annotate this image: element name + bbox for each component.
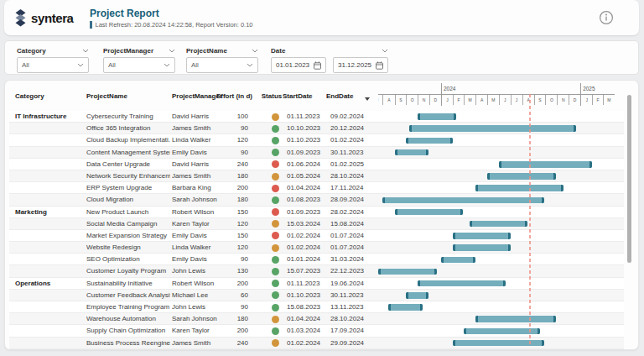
status-badge (272, 244, 279, 252)
name-cell: Content Management System (86, 147, 170, 159)
category-select[interactable]: All (17, 57, 89, 73)
category-cell (15, 218, 86, 230)
column-header-status[interactable]: Status (259, 92, 284, 100)
manager-cell: James Smith (172, 123, 221, 134)
name-cell: ERP System Upgrade (86, 182, 170, 194)
category-cell (15, 325, 86, 337)
gantt-bar[interactable] (378, 269, 437, 275)
chevron-down-icon[interactable] (252, 49, 258, 53)
effort-cell: 120 (216, 134, 248, 146)
project-name-select-value: All (191, 61, 199, 69)
effort-cell: 100 (216, 111, 248, 123)
gantt-bar[interactable] (475, 316, 555, 322)
table-row[interactable]: Employee Training ProgramJohn Lewis9015.… (9, 301, 624, 313)
logo: syntera (13, 8, 85, 28)
calendar-icon[interactable] (376, 61, 383, 70)
gantt-bar[interactable] (395, 149, 429, 156)
info-icon[interactable] (599, 10, 614, 25)
status-badge (272, 232, 279, 239)
effort-cell: 200 (216, 278, 248, 290)
gantt-bar[interactable] (406, 138, 453, 144)
end-date-cell: 29.09.2024 (330, 338, 372, 349)
gantt-bar[interactable] (418, 280, 506, 287)
gantt-bar[interactable] (418, 113, 455, 120)
bar-cap (450, 138, 453, 144)
table-row[interactable]: MarketingNew Product LaunchRobert Wilson… (9, 207, 624, 218)
column-filter-caret-icon[interactable] (365, 97, 370, 101)
effort-cell: 180 (216, 313, 248, 325)
gantt-bar[interactable] (453, 244, 511, 251)
gantt-axis-months: JASONDJFMAMJJASONDJFM (378, 94, 615, 105)
month-tick: A (475, 95, 487, 105)
month-tick: J (580, 95, 592, 105)
gantt-lane (378, 242, 615, 254)
filter-project-manager: ProjectManager All (103, 45, 175, 73)
column-header-project-name[interactable]: ProjectName (86, 92, 127, 100)
category-cell (15, 230, 86, 242)
gantt-bar[interactable] (453, 233, 511, 239)
bar-cap (499, 161, 501, 168)
gantt-bar[interactable] (388, 304, 423, 311)
gantt-bar[interactable] (382, 197, 544, 204)
table-row[interactable]: Supply Chain OptimizationKaren Taylor200… (9, 325, 624, 337)
status-badge (272, 125, 279, 133)
column-header-start-date[interactable]: StartDate (283, 92, 313, 100)
date-from-input[interactable]: 01.01.2023 (271, 57, 326, 73)
table-row[interactable]: Social Media CampaignKaren Taylor12015.0… (9, 218, 624, 230)
chevron-down-icon[interactable] (169, 49, 175, 53)
chevron-down-icon[interactable] (82, 49, 89, 53)
bar-cap (475, 316, 478, 322)
gantt-bar[interactable] (441, 257, 475, 264)
status-badge (272, 316, 279, 323)
manager-cell: Robert Wilson (172, 207, 221, 218)
calendar-icon[interactable] (314, 61, 321, 70)
column-header-category[interactable]: Category (15, 92, 44, 100)
table-row[interactable]: Content Management SystemEmily Davis9001… (9, 147, 624, 159)
table-row[interactable]: Business Process Reenginee...James Smith… (9, 338, 624, 349)
gantt-bar[interactable] (487, 173, 556, 180)
bar-cap (454, 113, 456, 120)
bar-cap (426, 149, 428, 156)
table-row[interactable]: Network Security Enhancem...James Smith1… (9, 170, 624, 182)
gantt-bar[interactable] (409, 125, 575, 132)
manager-cell: Barbara King (172, 182, 221, 194)
month-tick: M (603, 95, 615, 105)
column-header-end-date[interactable]: EndDate (326, 92, 353, 100)
manager-cell: David Harris (172, 159, 221, 170)
chevron-down-icon[interactable] (382, 49, 388, 53)
month-tick: O (406, 95, 418, 105)
table-row[interactable]: OperationsSustainability InitiativeRober… (9, 278, 624, 290)
gantt-bar[interactable] (470, 221, 527, 228)
last-refresh-text: Last Refresh: 20.08.2024 14:22:58, Repor… (96, 21, 253, 29)
manager-cell: Emily Davis (172, 254, 221, 265)
gantt-bar[interactable] (395, 209, 464, 216)
table-row[interactable]: Data Center UpgradeDavid Harris24001.06.… (9, 159, 624, 170)
project-name-select[interactable]: All (186, 57, 258, 73)
gantt-bar[interactable] (406, 292, 428, 299)
date-to-input[interactable]: 31.12.2025 (333, 57, 388, 73)
project-manager-select[interactable]: All (103, 57, 175, 73)
column-header-effort[interactable]: Effort (in d) (209, 92, 252, 100)
bar-cap (464, 328, 466, 335)
table-row[interactable]: Website RedesignLinda Walker12001.02.202… (9, 242, 624, 254)
vertical-scrollbar[interactable] (627, 95, 631, 263)
end-date-cell: 01.02.2025 (330, 159, 372, 170)
table-row[interactable]: Cloud MigrationSarah Johnson18001.08.202… (9, 194, 624, 206)
gantt-bar[interactable] (499, 161, 592, 168)
bar-cap (508, 233, 511, 239)
table-row[interactable]: ERP System UpgradeBarbara King20001.04.2… (9, 182, 624, 194)
chevron-down-icon (164, 63, 170, 67)
table-row[interactable]: Warehouse AutomationSarah Johnson18001.0… (9, 313, 624, 325)
table-row[interactable]: Market Expansion StrategyEmily Davis1500… (9, 230, 624, 242)
table-row[interactable]: Customer Loyalty ProgramJohn Lewis13015.… (9, 265, 624, 277)
table-row[interactable]: Office 365 IntegrationJames Smith9010.10… (9, 123, 624, 134)
table-row[interactable]: Cloud Backup Implementati...Linda Walker… (9, 134, 624, 146)
table-row[interactable]: Customer Feedback AnalysisMichael Lee600… (9, 290, 624, 301)
table-row[interactable]: IT InfrastructureCybersecurity TrainingD… (9, 111, 624, 123)
table-row[interactable]: SEO OptimizationEmily Davis9001.01.20243… (9, 254, 624, 265)
gantt-bar[interactable] (475, 185, 563, 191)
filter-project-name: ProjectName All (186, 45, 258, 73)
category-cell (15, 290, 86, 301)
start-date-cell: 01.09.2023 (287, 207, 329, 218)
bar-cap (409, 125, 412, 132)
